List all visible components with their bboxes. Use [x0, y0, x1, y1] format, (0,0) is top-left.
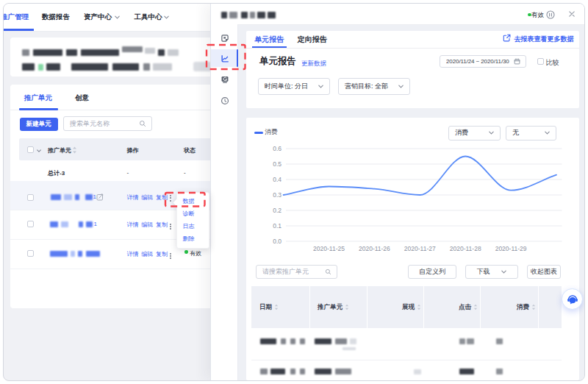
col-header-cost[interactable]: 消费: [481, 286, 539, 328]
nav-item-data-report[interactable]: 数据报告: [42, 11, 70, 23]
nav-item-asset-center[interactable]: 资产中心: [84, 11, 112, 23]
redacted-text: [335, 338, 347, 344]
row-checkbox[interactable]: [27, 250, 34, 257]
redacted-text: [290, 338, 295, 344]
unit-name-suffix[interactable]: 1: [94, 221, 97, 227]
marketing-goal-select[interactable]: 营销目标: 全部: [338, 78, 410, 95]
redacted-text: [250, 12, 255, 18]
col-header-label-clicks: 点击: [459, 303, 471, 312]
external-link-icon[interactable]: [503, 34, 511, 42]
redacted-text: [71, 63, 108, 71]
redacted-text: [467, 338, 474, 344]
chevron-down-icon[interactable]: [36, 148, 42, 154]
tab-unit-report[interactable]: 单元报告: [254, 35, 284, 45]
drawer-tab-underline: [252, 46, 287, 48]
date-range-picker[interactable]: 2020/11/24 ~ 2020/11/30: [440, 55, 526, 68]
report-table-row[interactable]: [251, 328, 562, 360]
customer-service-button[interactable]: [562, 288, 583, 310]
action-copy-link[interactable]: 复制: [156, 221, 168, 229]
table-row-total: 总计-3 - -: [10, 160, 214, 182]
more-actions-kebab-icon[interactable]: [170, 195, 172, 202]
col-header-impressions[interactable]: 展现: [368, 286, 424, 328]
menu-item-log[interactable]: 日志: [183, 220, 195, 232]
chevron-down-icon: [544, 129, 551, 136]
total-row-label: 总计-3: [48, 169, 65, 177]
action-detail-link[interactable]: 详情: [127, 250, 139, 258]
pause-circle-icon[interactable]: [546, 10, 555, 19]
unit-filter-input[interactable]: 请搜索推广单元: [256, 265, 337, 279]
collapse-chart-button[interactable]: 收起图表: [527, 265, 561, 279]
menu-item-data[interactable]: 数据: [183, 195, 195, 207]
close-icon[interactable]: [568, 10, 576, 18]
sort-icon[interactable]: [274, 304, 279, 310]
customize-columns-button[interactable]: 自定义列: [408, 265, 456, 279]
unit-search-input[interactable]: 搜索单元名称: [63, 116, 152, 131]
chevron-down-icon: [318, 83, 324, 90]
menu-item-diagnose[interactable]: 诊断: [183, 207, 195, 220]
redacted-text: [22, 49, 29, 56]
refresh-data-link[interactable]: 更新数据: [301, 60, 326, 68]
col-header-date[interactable]: 日期: [251, 286, 310, 328]
action-edit-link[interactable]: 编辑: [141, 221, 153, 229]
redacted-text: [496, 369, 503, 374]
chevron-down-icon: [398, 83, 404, 90]
more-data-link[interactable]: 去报表查看更多数据: [514, 35, 574, 44]
legend-label[interactable]: 消费: [265, 128, 278, 137]
search-icon: [325, 269, 331, 275]
report-filter-card: 单元报告 定向报告 去报表查看更多数据 单元报告 更新数据 2020/11/24…: [246, 31, 579, 108]
new-unit-button[interactable]: 新建单元: [20, 118, 58, 131]
select-all-checkbox[interactable]: [27, 146, 34, 153]
secondary-metric-select[interactable]: 无: [506, 126, 556, 141]
action-detail-link[interactable]: 详情: [127, 221, 139, 229]
redacted-text: [33, 49, 62, 56]
menu-item-delete[interactable]: 删除: [183, 232, 195, 245]
tab-creative[interactable]: 创意: [75, 93, 89, 103]
svg-text:2020-11-26: 2020-11-26: [358, 245, 390, 252]
line-chart-icon[interactable]: [220, 54, 229, 63]
sort-icon[interactable]: [417, 304, 421, 310]
redacted-text: [158, 49, 165, 56]
note-icon[interactable]: [220, 34, 229, 43]
action-detail-link[interactable]: 详情: [127, 193, 139, 202]
report-table-row[interactable]: [251, 360, 562, 380]
col-header-unit[interactable]: 推广单元: [311, 286, 368, 328]
secondary-metric-value: 无: [506, 128, 544, 138]
chevron-down-icon: [163, 14, 170, 21]
more-actions-kebab-icon[interactable]: [170, 224, 172, 231]
sort-icon[interactable]: [345, 304, 349, 310]
redacted-text: [300, 338, 305, 344]
redacted-text: [112, 63, 139, 71]
action-edit-link[interactable]: 编辑: [141, 250, 153, 258]
action-copy-link[interactable]: 复制: [156, 250, 168, 258]
tab-promotion-unit[interactable]: 推广单元: [24, 93, 52, 103]
sort-icon[interactable]: [473, 304, 478, 310]
col-header-label-unit: 推广单元: [318, 303, 343, 312]
nav-item-tool-center[interactable]: 工具中心: [135, 11, 162, 23]
sort-icon[interactable]: [72, 146, 77, 154]
history-icon[interactable]: [220, 75, 229, 84]
edit-icon[interactable]: [96, 193, 104, 201]
redacted-text: [290, 369, 295, 374]
primary-metric-select[interactable]: 消费: [448, 126, 501, 141]
clock-icon[interactable]: [220, 96, 229, 105]
svg-text:2020-11-25: 2020-11-25: [313, 245, 345, 252]
report-title: 单元报告: [259, 55, 296, 68]
col-header-status: 状态: [184, 146, 196, 154]
tab-targeting-report[interactable]: 定向报告: [298, 35, 327, 45]
compare-checkbox[interactable]: [537, 58, 544, 65]
time-unit-select[interactable]: 时间单位: 分日: [258, 78, 330, 95]
nav-item-promotion[interactable]: 推广管理: [3, 11, 29, 23]
download-button[interactable]: 下载: [465, 265, 518, 279]
app-root: 推广管理 数据报告 资产中心 工具中心 推广单元 创意 新建单元 搜索单元名称: [0, 0, 588, 384]
action-edit-link[interactable]: 编辑: [141, 193, 153, 202]
time-unit-value: 时间单位: 分日: [259, 82, 318, 91]
row-checkbox[interactable]: [27, 221, 34, 227]
report-drawer: 有效 单元报告 定向报告 去报表查看更多数据 单元报告 更新数据 2020/11…: [210, 4, 584, 380]
more-actions-kebab-icon[interactable]: [170, 253, 172, 260]
action-copy-link[interactable]: 复制: [156, 193, 168, 202]
col-header-clicks[interactable]: 点击: [425, 286, 481, 328]
sort-icon[interactable]: [531, 304, 536, 310]
col-header-label-cost: 消费: [517, 303, 529, 312]
row-checkbox[interactable]: [27, 194, 34, 201]
svg-text:0.5: 0.5: [273, 160, 282, 168]
